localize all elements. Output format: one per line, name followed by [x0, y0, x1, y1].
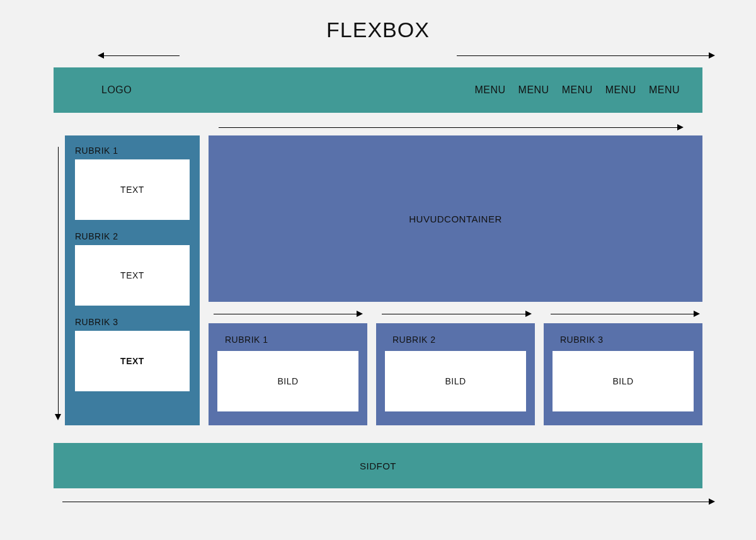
card-content: BILD [385, 351, 526, 411]
page-title: FLEXBOX [54, 18, 702, 42]
cards-direction-arrows [209, 309, 702, 321]
footer-bar: SIDFOT [54, 443, 702, 488]
main-direction-arrow [54, 119, 702, 134]
logo-label: LOGO [101, 84, 132, 96]
sidebar-block-content: TEXT [75, 245, 190, 306]
card-title: RUBRIK 1 [225, 335, 358, 345]
arrow-right-icon [209, 309, 365, 318]
menu-item[interactable]: MENU [474, 84, 505, 96]
menu-item[interactable]: MENU [649, 84, 680, 96]
sidebar-block-2: RUBRIK 2 TEXT [75, 231, 190, 306]
main-container: HUVUDCONTAINER [209, 135, 702, 302]
header-direction-arrows [54, 51, 702, 64]
sidebar-direction-arrow [54, 135, 62, 425]
sidebar-block-content: TEXT [75, 331, 190, 391]
card-2: RUBRIK 2 BILD [376, 323, 535, 425]
card-title: RUBRIK 2 [392, 335, 526, 345]
sidebar-block-content: TEXT [75, 159, 190, 220]
arrow-right-icon [546, 309, 702, 318]
menu-item[interactable]: MENU [605, 84, 636, 96]
main-menu: MENU MENU MENU MENU MENU [474, 84, 680, 96]
main-container-label: HUVUDCONTAINER [409, 214, 502, 224]
sidebar-block-title: RUBRIK 1 [75, 146, 190, 156]
footer-label: SIDFOT [360, 461, 396, 471]
cards-row: RUBRIK 1 BILD RUBRIK 2 BILD RUBRIK 3 BIL… [209, 323, 702, 425]
card-1: RUBRIK 1 BILD [209, 323, 367, 425]
sidebar: RUBRIK 1 TEXT RUBRIK 2 TEXT RUBRIK 3 TEX… [65, 135, 200, 425]
card-content: BILD [553, 351, 694, 411]
sidebar-block-3: RUBRIK 3 TEXT [75, 317, 190, 391]
card-title: RUBRIK 3 [560, 335, 694, 345]
card-content: BILD [217, 351, 358, 411]
card-3: RUBRIK 3 BILD [544, 323, 702, 425]
menu-item[interactable]: MENU [518, 84, 549, 96]
arrow-right-icon [377, 309, 534, 318]
sidebar-block-title: RUBRIK 3 [75, 317, 190, 327]
sidebar-block-title: RUBRIK 2 [75, 231, 190, 241]
sidebar-block-1: RUBRIK 1 TEXT [75, 146, 190, 220]
footer-direction-arrow [54, 493, 702, 507]
menu-item[interactable]: MENU [562, 84, 593, 96]
header-bar: LOGO MENU MENU MENU MENU MENU [54, 67, 702, 113]
